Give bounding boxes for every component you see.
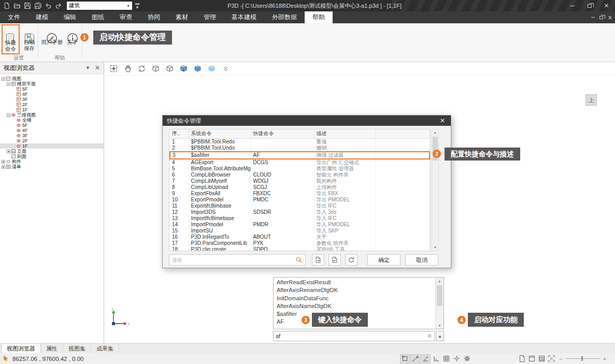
tree-item-三维视图[interactable]: 三维视图	[0, 112, 104, 118]
menu-tab-2[interactable]: 建模	[28, 11, 56, 23]
tree-item-全楼[interactable]: 全楼	[0, 118, 104, 123]
console-scrollbar[interactable]: ▲ ▼	[435, 278, 444, 329]
mdi-minimize-icon[interactable]	[591, 17, 595, 18]
cascade-windows-icon[interactable]	[528, 355, 536, 362]
workset-dropdown[interactable]: 建筑 ▼	[67, 2, 132, 10]
about-button[interactable]: 关于	[65, 24, 80, 54]
tree-item-立面[interactable]: 立面	[0, 149, 104, 154]
column-header-5[interactable]	[375, 129, 430, 138]
tile-windows-icon[interactable]	[538, 355, 546, 362]
fit-screen-icon[interactable]	[548, 355, 555, 362]
minimize-button[interactable]	[564, 0, 581, 11]
table-row[interactable]: 7CompLibMyselfWDGJ我的构件	[170, 178, 430, 184]
table-row[interactable]: 8CompLibUploadSCGJ上传构件	[170, 184, 430, 191]
mdi-close-icon[interactable]: ✕	[608, 14, 612, 21]
shaded-cube-icon[interactable]	[193, 64, 202, 73]
dialog-scrollbar[interactable]: ▲ ▼	[432, 129, 439, 251]
new-file-icon[interactable]	[3, 2, 10, 9]
column-header-4[interactable]: 描述	[314, 129, 375, 138]
save-all-icon[interactable]	[34, 2, 41, 9]
tree-item-构件[interactable]: 构件	[0, 159, 104, 164]
tree-item-5F[interactable]: 5F	[0, 123, 104, 128]
tree-item-4F[interactable]: 4F	[0, 92, 104, 97]
tree-item-2F[interactable]: 2F	[0, 138, 104, 143]
scroll-up-icon[interactable]: ▲	[432, 129, 438, 136]
mdi-restore-icon[interactable]	[599, 16, 603, 19]
clear-input-icon[interactable]: ✕	[427, 332, 432, 340]
scroll-up-icon[interactable]: ▲	[436, 278, 444, 284]
ortho-snap-icon[interactable]	[421, 354, 431, 363]
collapse-icon[interactable]	[7, 113, 10, 117]
dialog-close-icon[interactable]: ✕	[438, 117, 447, 124]
save-icon[interactable]	[24, 2, 31, 9]
bottom-tab-1[interactable]: 视图浏览器	[1, 344, 41, 353]
open-icon[interactable]	[13, 2, 21, 9]
restore-button[interactable]	[581, 0, 598, 11]
dialog-titlebar[interactable]: 快捷命令管理 ✕	[163, 115, 451, 126]
menu-tab-9[interactable]: 基本建模	[224, 11, 264, 23]
column-header-1[interactable]: 序..	[170, 129, 189, 138]
quick-command-button[interactable]: 快捷 命令	[2, 24, 20, 54]
table-row[interactable]: 9ExportFbxAllFBXDC导出 FBX	[170, 191, 430, 197]
history-item[interactable]: AfterReadExistResult	[277, 279, 435, 286]
menu-tab-5[interactable]: 审查	[112, 11, 140, 23]
bottom-tab-2[interactable]: 属性	[41, 344, 63, 353]
undo-icon[interactable]	[45, 2, 52, 9]
new-view-icon[interactable]	[518, 355, 526, 362]
tree-item-清单[interactable]: 清单	[0, 164, 104, 169]
menu-tab-1[interactable]: 文件	[0, 11, 28, 23]
history-item[interactable]: AfterAxisRenameDlgOK	[277, 286, 435, 294]
expand-icon[interactable]	[2, 165, 5, 169]
redo-icon[interactable]	[55, 2, 62, 9]
table-row[interactable]: 3$aafilterAF增强 过滤器	[170, 152, 430, 159]
export-commands-button[interactable]	[312, 254, 324, 266]
collapse-icon[interactable]	[2, 77, 5, 81]
reset-commands-button[interactable]	[345, 254, 357, 266]
command-input[interactable]	[274, 333, 427, 339]
table-row[interactable]: 15ImportSU导入 SKP	[170, 228, 430, 234]
hiddenline-cube-icon[interactable]	[165, 64, 174, 73]
table-row[interactable]: 16P3D.InRegardToABOUT关于	[170, 234, 430, 240]
tree-item-3F[interactable]: 3F	[0, 97, 104, 102]
pan-icon[interactable]	[123, 64, 132, 73]
tree-item-楼层平面[interactable]: 楼层平面	[0, 81, 104, 86]
zoom-extents-icon[interactable]	[109, 64, 118, 73]
tree-item-1F[interactable]: 1F	[0, 143, 104, 149]
history-item[interactable]: InitDomainDataFunc	[277, 295, 435, 302]
tree-item-5F[interactable]: 5F	[0, 86, 104, 92]
menu-tab-10[interactable]: 外部数据	[264, 11, 305, 23]
zoom-out-icon[interactable]: −	[559, 356, 563, 362]
object-snap-icon[interactable]	[400, 354, 410, 363]
collapse-icon[interactable]	[7, 82, 10, 86]
navigation-icon[interactable]	[452, 354, 462, 363]
panel-dropdown-icon[interactable]: ▼	[85, 65, 90, 70]
grid-icon[interactable]	[441, 354, 451, 363]
tree-item-4F[interactable]: 4F	[0, 128, 104, 133]
tree-item-3F[interactable]: 3F	[0, 133, 104, 138]
menu-tab-11[interactable]: 帮助	[305, 11, 333, 23]
table-row[interactable]: 11ExportifcBimbase导出 IFC	[170, 203, 430, 209]
qat-customize-button[interactable]: ▬▼	[135, 2, 139, 10]
expand-icon[interactable]	[7, 150, 10, 153]
tree-item-2F[interactable]: 2F	[0, 102, 104, 107]
table-row[interactable]: 5BimBase.Tool.AttributeMgn类型属性 管理器	[170, 166, 430, 172]
menu-tab-8[interactable]: 管理	[196, 11, 224, 23]
table-row[interactable]: 1$PBBIM.Tool.Redo重做	[170, 138, 430, 145]
history-item[interactable]: AfterAxisNameDlgOK	[277, 302, 435, 310]
expand-icon[interactable]	[2, 160, 5, 164]
more-icon[interactable]	[221, 64, 230, 73]
table-row[interactable]: 17P3D.ParaComponentLibPYK参数化 组件库	[170, 240, 430, 246]
scroll-down-icon[interactable]: ▼	[436, 322, 444, 329]
cancel-button[interactable]: 取消	[405, 254, 438, 266]
settings-gear-icon[interactable]	[462, 354, 472, 363]
zoom-slider[interactable]: − +	[559, 356, 606, 362]
close-button[interactable]: ✕	[598, 0, 615, 11]
table-row[interactable]: 18P3D.clip.createSDPQ3D剖切 工具	[170, 246, 430, 252]
table-row[interactable]: 14ImportPmodelPMDR导入 PMODEL	[170, 222, 430, 228]
panel-close-icon[interactable]: ✕	[95, 64, 100, 71]
orbit-icon[interactable]	[137, 64, 146, 73]
menu-tab-3[interactable]: 编辑	[56, 11, 84, 23]
right-angle-icon[interactable]	[431, 354, 441, 363]
menu-tab-6[interactable]: 协同	[140, 11, 168, 23]
column-header-2[interactable]: 系统命令	[189, 129, 251, 138]
